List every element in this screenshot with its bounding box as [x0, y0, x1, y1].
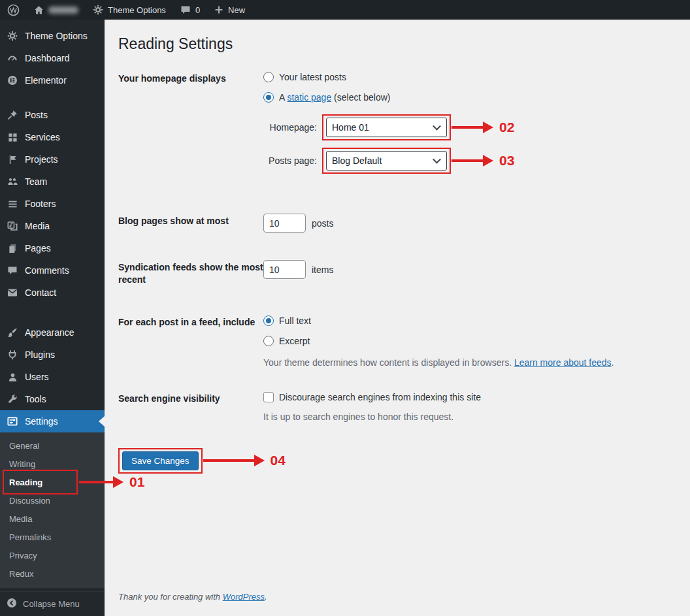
sidebar-item-label: Projects: [25, 154, 58, 165]
sidebar-item-label: Pages: [25, 243, 51, 253]
blog-pages-row: Blog pages show at most posts: [118, 214, 677, 233]
sidebar-item-media[interactable]: Media: [0, 215, 105, 237]
comment-icon: [7, 266, 18, 276]
sidebar-item-contact[interactable]: Contact: [0, 282, 105, 304]
sidebar-item-dashboard[interactable]: Dashboard: [0, 47, 105, 69]
submenu-item-discussion[interactable]: Discussion: [0, 491, 105, 510]
excerpt-radio[interactable]: [263, 336, 274, 346]
annotation-box-03: Blog Default 03: [322, 148, 451, 174]
flag-icon: [7, 155, 18, 165]
sidebar-item-projects[interactable]: Projects: [0, 148, 105, 170]
sidebar-item-footers[interactable]: Footers: [0, 193, 105, 215]
submenu-item-writing[interactable]: Writing: [0, 455, 105, 473]
dashboard-gauge-icon: [7, 53, 18, 63]
sidebar-item-label: Footers: [25, 199, 56, 209]
main-content: Reading Settings Your homepage displays …: [105, 20, 690, 616]
sidebar-item-label: Team: [25, 176, 47, 187]
discourage-label: Discourage search engines from indexing …: [279, 392, 481, 402]
static-page-option: A static page (select below): [263, 91, 677, 103]
submenu-label: Privacy: [9, 551, 37, 560]
elementor-icon: [7, 75, 18, 86]
submenu-item-reading[interactable]: Reading 01: [0, 473, 105, 491]
sidebar-item-label: Appearance: [25, 327, 74, 338]
blog-pages-unit: posts: [312, 218, 333, 229]
discourage-checkbox[interactable]: [263, 392, 274, 402]
submenu-item-redux[interactable]: Redux: [0, 564, 105, 583]
full-text-option: Full text: [263, 315, 677, 327]
posts-page-select[interactable]: Blog Default: [326, 151, 447, 170]
learn-more-feeds-link[interactable]: Learn more about feeds: [514, 357, 612, 368]
annotation-number: 03: [499, 153, 514, 169]
people-icon: [7, 176, 18, 187]
admin-footer: Thank you for creating with WordPress.: [118, 588, 677, 608]
brush-icon: [7, 327, 18, 338]
syndication-unit: items: [312, 265, 333, 275]
submenu-item-media[interactable]: Media: [0, 510, 105, 528]
discourage-option: Discourage search engines from indexing …: [263, 391, 677, 403]
list-icon: [7, 199, 18, 209]
syndication-input[interactable]: [263, 260, 306, 279]
submenu-label: Redux: [9, 569, 34, 579]
sidebar-item-settings[interactable]: Settings: [0, 410, 105, 432]
sidebar-item-users[interactable]: Users: [0, 366, 105, 388]
submenu-item-privacy[interactable]: Privacy: [0, 546, 105, 564]
submenu-label: Writing: [9, 459, 35, 469]
syndication-row: Syndication feeds show the most recent i…: [118, 260, 677, 286]
sidebar-item-pages[interactable]: Pages: [0, 237, 105, 259]
wordpress-logo-menu[interactable]: [0, 0, 27, 20]
media-icon: [7, 221, 18, 231]
full-text-radio[interactable]: [263, 316, 274, 326]
sidebar-item-label: Media: [25, 221, 50, 231]
sidebar-item-label: Services: [25, 132, 60, 142]
plug-icon: [7, 349, 18, 360]
submenu-label: Permalinks: [9, 532, 51, 542]
topbar-new-label: New: [228, 5, 245, 15]
submenu-item-permalinks[interactable]: Permalinks: [0, 528, 105, 546]
submenu-item-general[interactable]: General: [0, 436, 105, 455]
gear-icon: [93, 5, 103, 15]
topbar-theme-options[interactable]: Theme Options: [86, 0, 173, 20]
sidebar-item-tools[interactable]: Tools: [0, 388, 105, 410]
sidebar-item-label: Comments: [25, 265, 69, 276]
collapse-arrow-icon: [7, 598, 17, 610]
blog-pages-input[interactable]: [263, 214, 306, 233]
sidebar-item-label: Posts: [25, 110, 48, 120]
site-name-menu[interactable]: [27, 0, 86, 20]
annotation-number: 02: [499, 120, 514, 135]
static-page-link[interactable]: static page: [287, 92, 331, 103]
search-visibility-note: It is up to search engines to honor this…: [263, 412, 677, 422]
comment-bubble-icon: [180, 5, 191, 15]
user-icon: [7, 372, 18, 382]
static-page-label: A static page (select below): [279, 92, 390, 103]
sidebar-item-plugins[interactable]: Plugins: [0, 344, 105, 366]
search-visibility-label: Search engine visibility: [118, 391, 263, 405]
latest-posts-radio[interactable]: [263, 72, 274, 82]
home-icon: [34, 5, 44, 15]
homepage-select[interactable]: Home 01: [326, 118, 447, 137]
pushpin-icon: [7, 110, 18, 120]
sidebar-item-services[interactable]: Services: [0, 126, 105, 148]
sidebar-item-posts[interactable]: Posts: [0, 104, 105, 126]
sidebar-item-label: Dashboard: [25, 53, 70, 63]
topbar-new[interactable]: New: [207, 0, 252, 20]
sidebar-item-comments[interactable]: Comments: [0, 259, 105, 282]
settings-icon: [7, 416, 18, 427]
posts-page-select-label: Posts page:: [263, 155, 322, 166]
sidebar-item-theme-options[interactable]: Theme Options: [0, 25, 105, 47]
annotation-arrow-03: 03: [452, 153, 514, 169]
collapse-menu-button[interactable]: Collapse Menu: [0, 591, 105, 616]
annotation-box-04: Save Changes 04: [118, 448, 203, 474]
annotation-arrow-04: 04: [203, 453, 286, 468]
sidebar-item-label: Contact: [25, 287, 56, 298]
settings-submenu: General Writing Reading 01 Discussion Me…: [0, 432, 105, 588]
static-page-radio[interactable]: [263, 92, 274, 103]
sidebar-item-appearance[interactable]: Appearance: [0, 321, 105, 344]
sidebar-item-team[interactable]: Team: [0, 170, 105, 193]
homepage-displays-label: Your homepage displays: [118, 71, 263, 85]
wordpress-footer-link[interactable]: WordPress: [223, 592, 265, 602]
sidebar-item-label: Theme Options: [25, 31, 88, 41]
annotation-box-02: Home 01 02: [322, 114, 451, 140]
sidebar-item-elementor[interactable]: Elementor: [0, 69, 105, 91]
save-changes-button[interactable]: Save Changes: [122, 451, 199, 470]
topbar-comments[interactable]: 0: [173, 0, 207, 20]
